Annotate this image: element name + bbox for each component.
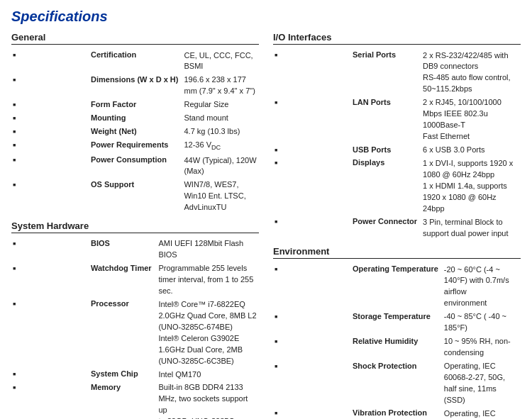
bullet-cell: ■	[273, 360, 351, 408]
table-row: ■Watchdog TimerProgrammable 255 levels t…	[11, 262, 259, 298]
spec-value: -20 ~ 60°C (-4 ~ 140°F) with 0.7m/s airf…	[443, 263, 521, 311]
spec-label: Certification	[89, 49, 182, 74]
left-column: General ■CertificationCE, UL, CCC, FCC, …	[11, 32, 259, 419]
section-env-title: Environment	[273, 246, 521, 259]
bullet-cell: ■	[11, 298, 89, 368]
spec-value: Programmable 255 levels timer interval, …	[157, 262, 259, 298]
table-row: ■Relative Humidity10 ~ 95% RH, non-conde…	[273, 335, 521, 360]
bullet-cell: ■	[273, 311, 351, 335]
table-row: ■CertificationCE, UL, CCC, FCC, BSMI	[11, 49, 259, 74]
spec-label: Displays	[351, 157, 421, 216]
table-row: ■OS SupportWIN7/8, WES7, Win10 Ent. LTSC…	[11, 179, 259, 215]
bullet-cell: ■	[11, 381, 89, 419]
bullet-cell: ■	[11, 112, 89, 125]
spec-value: 4.7 kg (10.3 lbs)	[182, 125, 259, 139]
spec-label: Watchdog Timer	[89, 262, 157, 298]
spec-label: Vibration Protection	[351, 407, 443, 419]
spec-label: Memory	[89, 381, 157, 419]
bullet-cell: ■	[11, 238, 89, 262]
table-row: ■Shock ProtectionOperating, IEC 60068-2-…	[273, 360, 521, 408]
spec-value: Intel® Core™ i7-6822EQ 2.0GHz Quad Core,…	[157, 298, 259, 368]
bullet-cell: ■	[11, 99, 89, 112]
table-row: ■Power Requirements12-36 VDC	[11, 139, 259, 154]
section-system-title: System Hardware	[11, 220, 259, 233]
page-wrapper: Specifications General ■CertificationCE,…	[0, 0, 532, 419]
spec-value: Operating, IEC 60068-2-27, 50G, half sin…	[443, 360, 521, 408]
bullet-cell: ■	[11, 125, 89, 139]
spec-value: 6 x USB 3.0 Ports	[421, 144, 521, 157]
table-row: ■Power Consumption44W (Typical), 120W (M…	[11, 154, 259, 179]
bullet-cell: ■	[11, 139, 89, 154]
spec-value: 1 x DVI-I, supports 1920 x 1080 @ 60Hz 2…	[421, 157, 521, 216]
bullet-cell: ■	[11, 74, 89, 99]
section-general-title: General	[11, 32, 259, 45]
spec-value: CE, UL, CCC, FCC, BSMI	[182, 49, 259, 74]
table-row: ■Displays1 x DVI-I, supports 1920 x 1080…	[273, 157, 521, 216]
spec-value: Stand mount	[182, 112, 259, 125]
spec-value: 10 ~ 95% RH, non-condensing	[443, 335, 521, 360]
spec-label: OS Support	[89, 179, 182, 215]
table-row: ■Operating Temperature-20 ~ 60°C (-4 ~ 1…	[273, 263, 521, 311]
spec-value: 44W (Typical), 120W (Max)	[182, 154, 259, 179]
bullet-cell: ■	[273, 216, 351, 240]
table-row: ■Vibration ProtectionOperating, IEC 6006…	[273, 407, 521, 419]
section-io-title: I/O Interfaces	[273, 32, 521, 45]
spec-label: Form Factor	[89, 99, 182, 112]
system-table: ■BIOSAMI UEFI 128Mbit Flash BIOS■Watchdo…	[11, 238, 259, 419]
spec-value: -40 ~ 85°C ( -40 ~ 185°F)	[443, 311, 521, 335]
table-row: ■BIOSAMI UEFI 128Mbit Flash BIOS	[11, 238, 259, 262]
spec-value: WIN7/8, WES7, Win10 Ent. LTSC, AdvLinuxT…	[182, 179, 259, 215]
spec-value: 12-36 VDC	[182, 139, 259, 154]
spec-value: Regular Size	[182, 99, 259, 112]
spec-label: Storage Temperature	[351, 311, 443, 335]
bullet-cell: ■	[11, 262, 89, 298]
env-table: ■Operating Temperature-20 ~ 60°C (-4 ~ 1…	[273, 263, 521, 419]
bullet-cell: ■	[273, 263, 351, 311]
spec-label: Power Connector	[351, 216, 421, 240]
spec-label: Shock Protection	[351, 360, 443, 408]
spec-value: 2 x RJ45, 10/100/1000 Mbps IEEE 802.3u 1…	[421, 96, 521, 144]
table-row: ■System ChipIntel QM170	[11, 368, 259, 381]
spec-label: Power Requirements	[89, 139, 182, 154]
spec-label: LAN Ports	[351, 96, 421, 144]
spec-label: Serial Ports	[351, 49, 421, 96]
spec-label: Power Consumption	[89, 154, 182, 179]
spec-label: Dimensions (W x D x H)	[89, 74, 182, 99]
bullet-cell: ■	[11, 154, 89, 179]
general-table: ■CertificationCE, UL, CCC, FCC, BSMI■Dim…	[11, 49, 259, 215]
content-columns: General ■CertificationCE, UL, CCC, FCC, …	[11, 32, 521, 419]
spec-label: BIOS	[89, 238, 157, 262]
bullet-cell: ■	[273, 157, 351, 216]
table-row: ■Power Connector3 Pin, terminal Block to…	[273, 216, 521, 240]
table-row: ■USB Ports6 x USB 3.0 Ports	[273, 144, 521, 157]
spec-value: Operating, IEC 60068-2-64, 2Grms, random…	[443, 407, 521, 419]
spec-value: AMI UEFI 128Mbit Flash BIOS	[157, 238, 259, 262]
bullet-cell: ■	[273, 407, 351, 419]
bullet-cell: ■	[11, 179, 89, 215]
table-row: ■MountingStand mount	[11, 112, 259, 125]
spec-value: Intel QM170	[157, 368, 259, 381]
table-row: ■Dimensions (W x D x H)196.6 x 238 x 177…	[11, 74, 259, 99]
bullet-cell: ■	[11, 368, 89, 381]
bullet-cell: ■	[273, 49, 351, 96]
bullet-cell: ■	[273, 144, 351, 157]
table-row: ■MemoryBuilt-in 8GB DDR4 2133 MHz, two s…	[11, 381, 259, 419]
table-row: ■Serial Ports2 x RS-232/422/485 with DB9…	[273, 49, 521, 96]
spec-label: USB Ports	[351, 144, 421, 157]
spec-label: Mounting	[89, 112, 182, 125]
table-row: ■Weight (Net)4.7 kg (10.3 lbs)	[11, 125, 259, 139]
spec-label: Weight (Net)	[89, 125, 182, 139]
right-column: I/O Interfaces ■Serial Ports2 x RS-232/4…	[273, 32, 521, 419]
bullet-cell: ■	[11, 49, 89, 74]
spec-value: 3 Pin, terminal Block to support dual po…	[421, 216, 521, 240]
spec-value: Built-in 8GB DDR4 2133 MHz, two sockets …	[157, 381, 259, 419]
spec-label: Relative Humidity	[351, 335, 443, 360]
spec-label: System Chip	[89, 368, 157, 381]
spec-label: Operating Temperature	[351, 263, 443, 311]
table-row: ■LAN Ports2 x RJ45, 10/100/1000 Mbps IEE…	[273, 96, 521, 144]
table-row: ■Storage Temperature-40 ~ 85°C ( -40 ~ 1…	[273, 311, 521, 335]
spec-value: 2 x RS-232/422/485 with DB9 connectorsRS…	[421, 49, 521, 96]
io-table: ■Serial Ports2 x RS-232/422/485 with DB9…	[273, 49, 521, 240]
table-row: ■Form FactorRegular Size	[11, 99, 259, 112]
page-title: Specifications	[11, 9, 521, 25]
